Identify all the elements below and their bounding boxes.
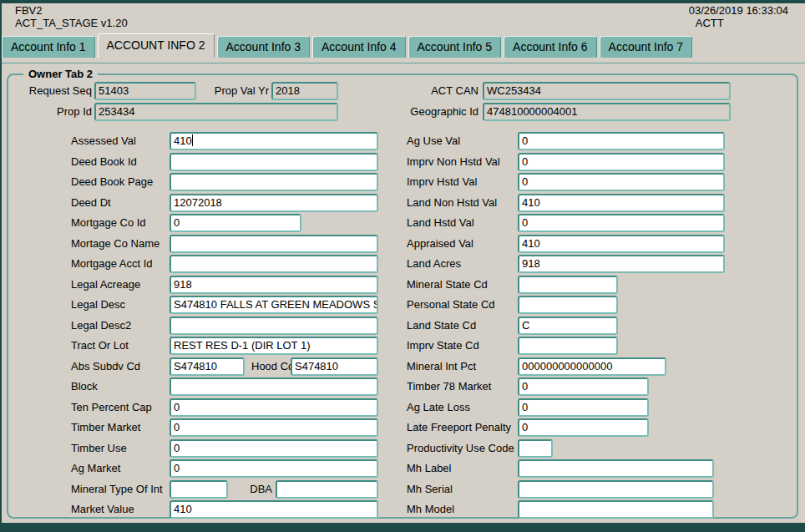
tab-account-info-5[interactable]: Account Info 5	[408, 36, 502, 58]
field-label: Personal State Cd	[407, 296, 495, 314]
field-label: Prop Val Yr	[205, 82, 269, 100]
window-frame-bottom	[0, 523, 805, 532]
form-row: Mineral Int Pct000000000000000	[8, 357, 798, 377]
land-state-cd-input[interactable]: C	[518, 317, 618, 335]
act-can-input[interactable]: WC253434	[483, 82, 731, 100]
field-label: Imprv Non Hstd Val	[407, 153, 500, 171]
land-non-hstd-val-input[interactable]: 410	[518, 194, 725, 212]
field-label: Late Freeport Penalty	[407, 418, 511, 437]
field-label: Timber 78 Market	[407, 377, 491, 396]
tab-account-info-1[interactable]: Account Info 1	[2, 36, 95, 58]
personal-state-cd-input[interactable]	[518, 296, 618, 314]
field-label: Mh Serial	[407, 480, 453, 499]
field-label: Geographic Id	[387, 103, 478, 121]
productivity-use-code-input[interactable]	[518, 439, 553, 458]
field-label: Prop Id	[15, 103, 92, 121]
form-row: Imprv Hstd Val0	[8, 173, 798, 192]
late-freeport-penalty-input[interactable]: 0	[518, 418, 649, 437]
form-row: Timber 78 Market0	[8, 377, 798, 397]
form-row: Appraised Val410	[8, 235, 798, 254]
mh-label-input[interactable]	[518, 459, 714, 478]
tab-bar: Account Info 1ACCOUNT INFO 2Account Info…	[2, 33, 692, 58]
field-label: Land Non Hstd Val	[407, 194, 497, 212]
prop-id-input[interactable]: 253434	[94, 103, 338, 121]
request-seq-input[interactable]: 51403	[94, 82, 196, 100]
field-label: Land Acres	[407, 255, 461, 273]
imprv-state-cd-input[interactable]	[518, 337, 618, 355]
form-row: Late Freeport Penalty0	[8, 418, 798, 438]
field-label: Ag Use Val	[407, 132, 460, 150]
land-acres-input[interactable]: 918	[518, 255, 725, 273]
field-label: Mineral Int Pct	[407, 357, 476, 376]
session-user: ACTT	[689, 17, 788, 29]
field-label: Productivity Use Code	[407, 439, 514, 458]
field-label: Request Seq	[15, 82, 92, 100]
window-frame-left	[0, 3, 2, 523]
field-label: ACT CAN	[387, 82, 478, 100]
groupbox-legend: Owner Tab 2	[23, 68, 98, 80]
geographic-id-input[interactable]: 474810000004001	[483, 103, 731, 121]
field-label: Mh Model	[407, 500, 454, 519]
mineral-state-cd-input[interactable]	[518, 276, 618, 294]
app-titles: FBV2 ACT_TA_STAGE v1.20	[15, 4, 128, 29]
form-row: Land Hstd Val0	[8, 214, 798, 233]
form-row: Ag Use Val0	[8, 132, 798, 151]
field-label: Imprv State Cd	[407, 337, 479, 355]
form-row: Land Acres918	[8, 255, 798, 274]
field-label: Land State Cd	[407, 317, 476, 335]
form-row: Personal State Cd	[8, 296, 798, 315]
owner-tab-2-groupbox: Owner Tab 2 Request Seq 51403 Prop Val Y…	[7, 73, 798, 519]
form-row: Imprv Non Hstd Val0	[8, 153, 798, 172]
session-datetime: 03/26/2019 16:33:04	[689, 4, 788, 17]
form-row: Imprv State Cd	[8, 337, 798, 356]
field-label: Appraised Val	[407, 235, 473, 253]
session-info: 03/26/2019 16:33:04 ACTT	[689, 4, 788, 29]
tab-account-info-3[interactable]: Account Info 3	[217, 36, 311, 58]
tab-account-info-4[interactable]: Account Info 4	[312, 36, 406, 58]
mh-model-input[interactable]	[518, 500, 714, 519]
form-row: Mh Model	[8, 500, 798, 519]
canvas-divider	[0, 63, 805, 63]
tab-account-info-6[interactable]: Account Info 6	[504, 36, 597, 58]
field-label: Mineral State Cd	[407, 276, 488, 294]
field-label: Mh Label	[407, 459, 451, 478]
form-row: Mineral State Cd	[8, 276, 798, 295]
form-row: Ag Late Loss0	[8, 398, 798, 418]
imprv-hstd-val-input[interactable]: 0	[518, 173, 725, 191]
imprv-non-hstd-val-input[interactable]: 0	[518, 153, 725, 171]
appraised-val-input[interactable]: 410	[518, 235, 725, 253]
form-row: Land State CdC	[8, 317, 798, 336]
mineral-int-pct-input[interactable]: 000000000000000	[518, 357, 666, 376]
ag-late-loss-input[interactable]: 0	[518, 398, 649, 417]
form-row: Productivity Use Code	[8, 439, 798, 459]
land-hstd-val-input[interactable]: 0	[518, 214, 725, 232]
timber-78-market-input[interactable]: 0	[518, 377, 649, 396]
field-label: Imprv Hstd Val	[407, 173, 477, 191]
window-frame-top	[0, 0, 805, 3]
field-label: Ag Late Loss	[407, 398, 470, 417]
form-row: Mh Label	[8, 459, 798, 479]
app-subtitle: ACT_TA_STAGE v1.20	[15, 17, 128, 29]
ag-use-val-input[interactable]: 0	[518, 132, 725, 150]
tab-account-info-7[interactable]: Account Info 7	[600, 36, 693, 58]
app-title: FBV2	[15, 4, 128, 17]
tab-account-info-2[interactable]: ACCOUNT INFO 2	[98, 33, 215, 58]
form-row: Mh Serial	[8, 480, 798, 499]
mh-serial-input[interactable]	[518, 480, 714, 499]
form-row: Land Non Hstd Val410	[8, 194, 798, 213]
field-label: Land Hstd Val	[407, 214, 474, 232]
prop-val-yr-input[interactable]: 2018	[271, 82, 338, 100]
